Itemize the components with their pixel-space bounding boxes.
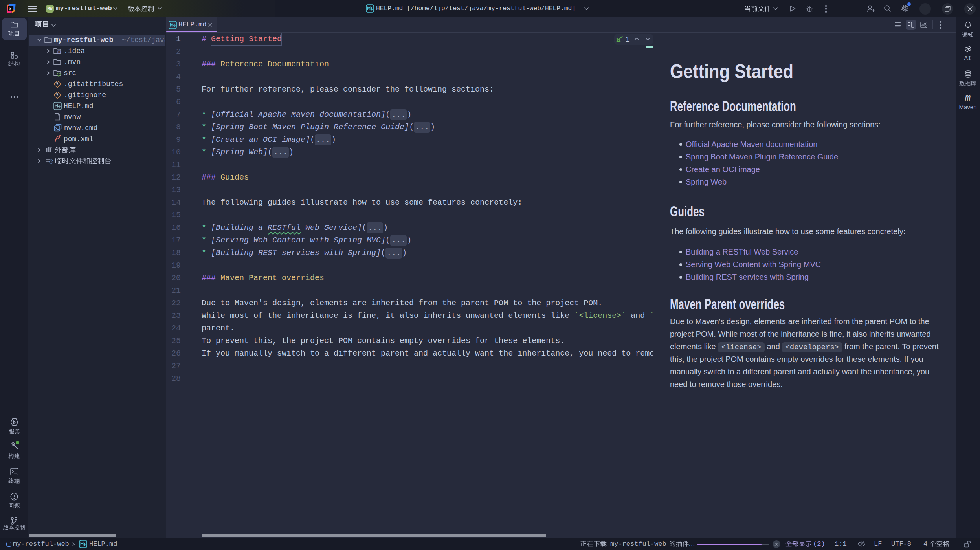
svg-text:IJ: IJ	[9, 6, 11, 9]
svg-text:IJ: IJ	[58, 51, 60, 53]
